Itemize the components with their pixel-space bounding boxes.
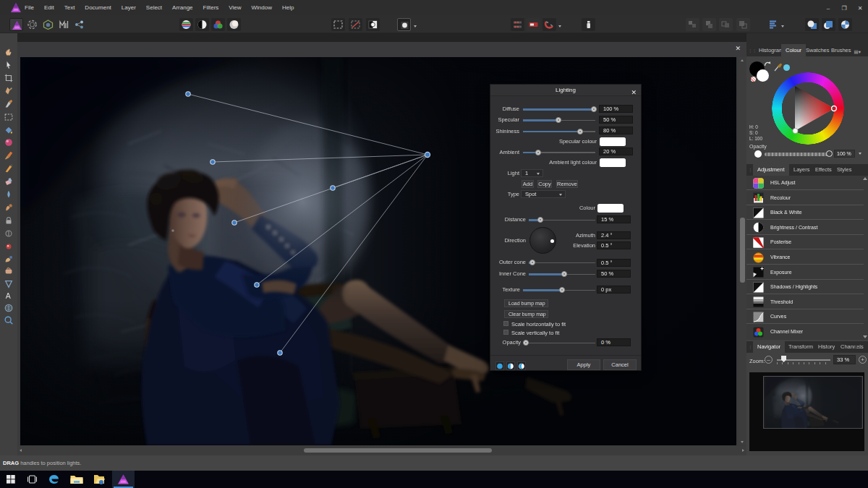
svg-text:A: A [6, 291, 11, 300]
